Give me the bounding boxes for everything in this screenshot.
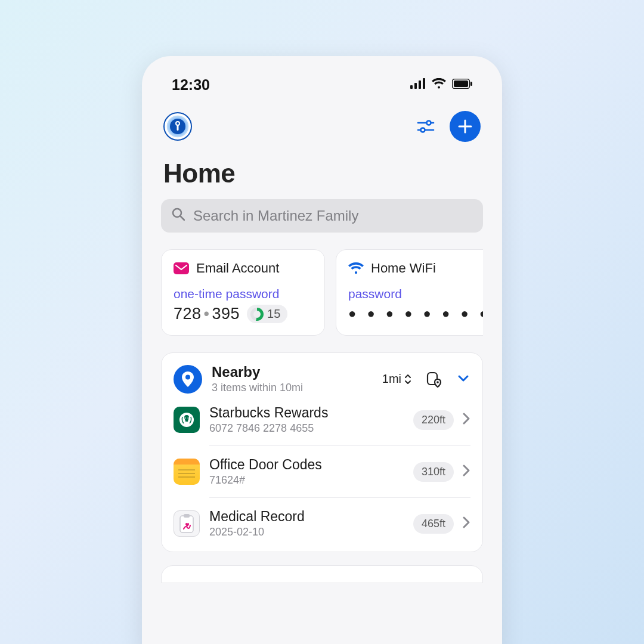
card-title: Home WiFi (371, 261, 436, 276)
svg-rect-15 (174, 262, 189, 274)
chevron-right-icon (462, 464, 470, 479)
search-input[interactable]: Search in Martinez Family (161, 199, 483, 233)
mail-icon (174, 262, 189, 275)
app-header (161, 111, 483, 142)
item-title: Starbucks Rewards (209, 405, 413, 421)
svg-rect-6 (470, 82, 472, 86)
svg-point-17 (185, 374, 190, 379)
wifi-icon (348, 262, 364, 275)
add-button[interactable] (450, 111, 481, 142)
distance-badge: 310ft (413, 462, 454, 482)
filter-sliders-button[interactable] (415, 116, 436, 137)
quick-cards-row[interactable]: Email Account one-time password 728•395 … (161, 249, 483, 336)
svg-point-13 (173, 209, 181, 217)
stepper-icon (404, 373, 412, 385)
progress-ring-icon (250, 308, 264, 321)
svg-rect-8 (177, 125, 179, 131)
svg-rect-25 (184, 514, 190, 518)
svg-rect-2 (419, 80, 421, 89)
app-logo[interactable] (163, 112, 192, 141)
card-email-account[interactable]: Email Account one-time password 728•395 … (161, 249, 325, 336)
card-sublabel: password (348, 287, 483, 301)
card-title: Email Account (196, 261, 279, 276)
phone-frame: 12:30 Home (142, 56, 502, 644)
item-title: Medical Record (209, 509, 413, 525)
chevron-right-icon (462, 516, 470, 531)
svg-point-19 (436, 381, 439, 383)
item-subtitle: 2025-02-10 (209, 526, 413, 538)
cellular-icon (410, 78, 426, 91)
nearby-item-starbucks[interactable]: Starbucks Rewards 6072 7846 2278 4655 22… (174, 394, 470, 445)
nearby-subtitle: 3 items within 10mi (212, 382, 382, 394)
battery-icon (452, 79, 472, 91)
wifi-icon (432, 78, 446, 91)
svg-point-23 (188, 417, 189, 419)
svg-rect-0 (410, 85, 413, 89)
distance-badge: 220ft (413, 410, 454, 430)
item-title: Office Door Codes (209, 457, 413, 473)
medical-icon (174, 510, 200, 537)
nearby-panel: Nearby 3 items within 10mi 1mi Star (161, 352, 483, 552)
svg-rect-5 (454, 80, 468, 87)
card-sublabel: one-time password (174, 287, 312, 301)
svg-rect-3 (423, 78, 425, 89)
distance-badge: 465ft (413, 514, 454, 534)
chevron-down-icon[interactable] (456, 371, 470, 388)
item-subtitle: 6072 7846 2278 4655 (209, 422, 413, 435)
geo-settings-button[interactable] (425, 370, 443, 388)
status-time: 12:30 (172, 76, 210, 94)
nearby-item-medical-record[interactable]: Medical Record 2025-02-10 465ft (209, 497, 470, 549)
chevron-right-icon (462, 412, 470, 428)
svg-line-14 (181, 216, 184, 220)
svg-rect-1 (414, 83, 417, 89)
starbucks-icon (174, 407, 200, 433)
notes-icon (174, 459, 200, 485)
otp-timer: 15 (247, 305, 287, 323)
panel-peek (161, 565, 483, 583)
svg-point-12 (421, 128, 425, 132)
otp-value: 728•395 (174, 305, 240, 323)
svg-point-10 (427, 121, 431, 125)
nearby-item-office-codes[interactable]: Office Door Codes 71624# 310ft (209, 445, 470, 497)
search-placeholder: Search in Martinez Family (193, 208, 358, 224)
nearby-header: Nearby 3 items within 10mi 1mi (174, 364, 470, 394)
pin-icon (174, 365, 202, 394)
svg-point-22 (185, 417, 186, 419)
card-home-wifi[interactable]: Home WiFi password ● ● ● ● ● ● ● ● ● ● (336, 249, 483, 336)
status-bar: 12:30 (161, 73, 483, 97)
password-masked: ● ● ● ● ● ● ● ● ● ● (348, 306, 483, 321)
range-selector[interactable]: 1mi (382, 372, 412, 386)
nearby-title: Nearby (212, 364, 382, 380)
search-icon (172, 208, 185, 224)
item-subtitle: 71624# (209, 474, 413, 487)
page-title: Home (161, 159, 483, 188)
